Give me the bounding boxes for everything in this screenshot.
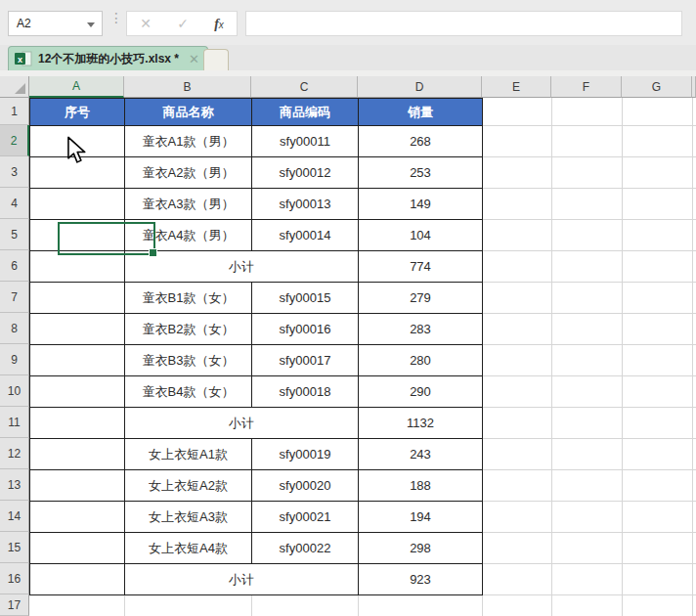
cell-D2[interactable]: 268 xyxy=(359,126,483,157)
cell-D5[interactable]: 104 xyxy=(359,220,483,251)
cell-D4[interactable]: 149 xyxy=(359,189,483,220)
row-header-15[interactable]: 15 xyxy=(0,532,29,563)
cell-C5[interactable]: sfy00014 xyxy=(252,220,359,251)
row-header-12[interactable]: 12 xyxy=(0,438,29,469)
cell-D10[interactable]: 290 xyxy=(359,376,483,408)
cell-B5[interactable]: 童衣A4款（男） xyxy=(125,220,252,251)
cell-A14[interactable] xyxy=(30,502,125,533)
cell-D14[interactable]: 194 xyxy=(359,502,483,533)
column-header-B[interactable]: B xyxy=(124,76,251,98)
gridline-v xyxy=(482,595,483,616)
cell-A12[interactable] xyxy=(30,439,125,470)
cell-D6[interactable]: 774 xyxy=(359,251,483,283)
row-header-8[interactable]: 8 xyxy=(0,313,29,344)
cell-A4[interactable] xyxy=(30,189,125,220)
cell-B7[interactable]: 童衣B1款（女） xyxy=(125,283,252,314)
cell-D15[interactable]: 298 xyxy=(359,533,483,564)
header-cell-qty[interactable]: 销量 xyxy=(359,99,483,126)
cell-D8[interactable]: 283 xyxy=(359,314,483,345)
cell-C10[interactable]: sfy00018 xyxy=(252,376,359,408)
row-header-5[interactable]: 5 xyxy=(0,219,29,250)
gridline-h xyxy=(482,250,696,251)
row-header-6[interactable]: 6 xyxy=(0,250,29,282)
formula-input[interactable] xyxy=(245,11,682,36)
cell-D12[interactable]: 243 xyxy=(359,439,483,470)
column-header-sliver[interactable] xyxy=(692,76,696,98)
cell-D9[interactable]: 280 xyxy=(359,345,483,376)
cell-B16-merged-subtotal[interactable]: 小计 xyxy=(125,564,359,595)
cell-A10[interactable] xyxy=(30,376,125,408)
cell-A6[interactable] xyxy=(30,251,125,283)
column-header-A[interactable]: A xyxy=(29,76,124,98)
cell-B4[interactable]: 童衣A3款（男） xyxy=(125,189,252,220)
cell-D11[interactable]: 1132 xyxy=(359,408,483,439)
cell-D7[interactable]: 279 xyxy=(359,283,483,314)
cell-C8[interactable]: sfy00016 xyxy=(252,314,359,345)
cell-A16[interactable] xyxy=(30,564,125,595)
empty-tab[interactable] xyxy=(203,49,229,70)
cell-A11[interactable] xyxy=(30,408,125,439)
cell-B13[interactable]: 女上衣短A2款 xyxy=(125,470,252,502)
column-header-D[interactable]: D xyxy=(358,76,482,98)
header-cell-seq[interactable]: 序号 xyxy=(30,99,125,126)
cell-C3[interactable]: sfy00012 xyxy=(252,157,359,189)
cell-B2[interactable]: 童衣A1款（男） xyxy=(125,126,252,157)
row-header-4[interactable]: 4 xyxy=(0,188,29,219)
cell-B11-merged-subtotal[interactable]: 小计 xyxy=(125,408,359,439)
cell-B8[interactable]: 童衣B2款（女） xyxy=(125,314,252,345)
cell-A8[interactable] xyxy=(30,314,125,345)
cell-C14[interactable]: sfy00021 xyxy=(252,502,359,533)
cell-C13[interactable]: sfy00020 xyxy=(252,470,359,502)
cell-C9[interactable]: sfy00017 xyxy=(252,345,359,376)
cell-C12[interactable]: sfy00019 xyxy=(252,439,359,470)
row-header-16[interactable]: 16 xyxy=(0,563,29,594)
row-header-7[interactable]: 7 xyxy=(0,282,29,313)
cell-D16[interactable]: 923 xyxy=(359,564,483,595)
row-header-2[interactable]: 2 xyxy=(0,125,29,156)
cell-C7[interactable]: sfy00015 xyxy=(252,283,359,314)
cell-A3[interactable] xyxy=(30,157,125,189)
row-header-1[interactable]: 1 xyxy=(0,98,29,125)
column-header-C[interactable]: C xyxy=(251,76,358,98)
row-header-13[interactable]: 13 xyxy=(0,469,29,501)
cell-A15[interactable] xyxy=(30,533,125,564)
cell-D13[interactable]: 188 xyxy=(359,470,483,502)
name-box-dropdown-icon[interactable] xyxy=(87,22,95,27)
row-header-14[interactable]: 14 xyxy=(0,501,29,532)
tab-active-workbook[interactable]: x 12个不加班的小技巧.xlsx * ✕ xyxy=(8,46,208,70)
cell-B3[interactable]: 童衣A2款（男） xyxy=(125,157,252,189)
row-header-9[interactable]: 9 xyxy=(0,344,29,375)
row-header-17[interactable]: 17 xyxy=(0,594,29,616)
cell-B14[interactable]: 女上衣短A3款 xyxy=(125,502,252,533)
cancel-icon[interactable]: ✕ xyxy=(140,16,152,31)
cell-B15[interactable]: 女上衣短A4款 xyxy=(125,533,252,564)
cell-C4[interactable]: sfy00013 xyxy=(252,189,359,220)
name-box[interactable]: A2 xyxy=(8,11,103,36)
row-header-11[interactable]: 11 xyxy=(0,407,29,438)
cell-A5[interactable] xyxy=(30,220,125,251)
cell-A13[interactable] xyxy=(30,470,125,502)
fx-x: x xyxy=(219,20,224,30)
insert-function-icon[interactable]: fx xyxy=(214,16,224,32)
cell-C2[interactable]: sfy00011 xyxy=(252,126,359,157)
header-cell-code[interactable]: 商品编码 xyxy=(252,99,359,126)
cell-B12[interactable]: 女上衣短A1款 xyxy=(125,439,252,470)
header-cell-name[interactable]: 商品名称 xyxy=(125,99,252,126)
select-all-corner[interactable] xyxy=(0,76,29,98)
column-header-E[interactable]: E xyxy=(482,76,551,98)
cell-D3[interactable]: 253 xyxy=(359,157,483,189)
column-header-G[interactable]: G xyxy=(622,76,692,98)
cell-A9[interactable] xyxy=(30,345,125,376)
cell-B6-merged-subtotal[interactable]: 小计 xyxy=(125,251,359,283)
cell-A7[interactable] xyxy=(30,283,125,314)
cell-A2[interactable] xyxy=(30,126,125,157)
cell-C15[interactable]: sfy00022 xyxy=(252,533,359,564)
formula-bar-drag-handle[interactable]: ⋮ xyxy=(109,13,123,22)
tab-close-icon[interactable]: ✕ xyxy=(189,52,199,66)
row-header-3[interactable]: 3 xyxy=(0,156,29,188)
cell-B10[interactable]: 童衣B4款（女） xyxy=(125,376,252,408)
cell-B9[interactable]: 童衣B3款（女） xyxy=(125,345,252,376)
enter-icon[interactable]: ✓ xyxy=(177,16,189,31)
row-header-10[interactable]: 10 xyxy=(0,375,29,407)
column-header-F[interactable]: F xyxy=(551,76,622,98)
